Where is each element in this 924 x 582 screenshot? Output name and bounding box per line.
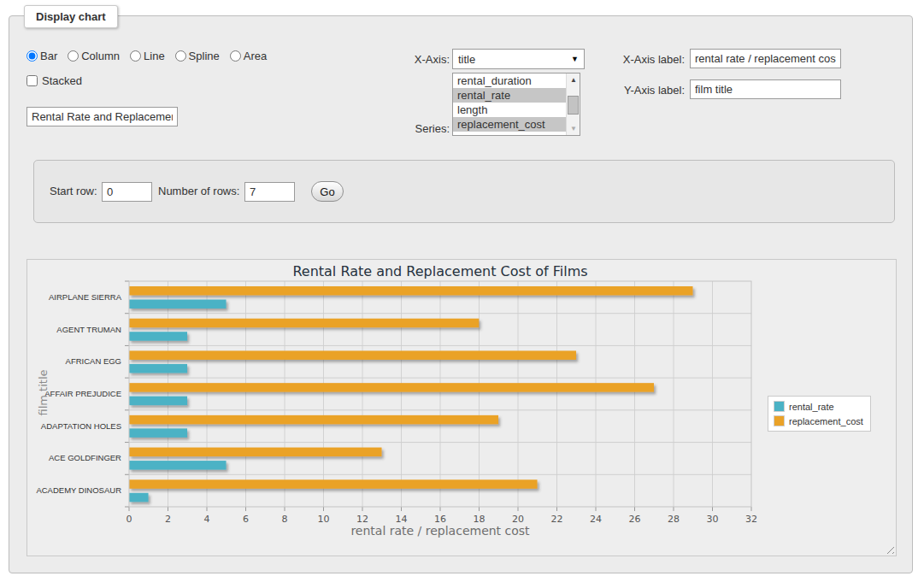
bar-rental_rate	[129, 397, 187, 406]
chart-legend: rental_ratereplacement_cost	[768, 396, 871, 432]
series-option-rental_duration[interactable]: rental_duration	[453, 73, 567, 88]
legend-item-rental_rate: rental_rate	[774, 401, 863, 412]
bar-replacement_cost	[129, 448, 382, 457]
chart-type-text: Bar	[40, 50, 57, 62]
stacked-row: Stacked	[26, 74, 82, 87]
dropdown-arrow-icon: ▼	[571, 55, 579, 63]
chart-type-option-column[interactable]: Column	[68, 50, 120, 62]
stacked-label: Stacked	[42, 74, 82, 87]
scroll-up-icon[interactable]: ▲	[567, 73, 580, 86]
svg-text:AGENT TRUMAN: AGENT TRUMAN	[56, 325, 121, 334]
bar-replacement_cost	[129, 350, 576, 360]
chart-type-text: Spline	[189, 50, 220, 62]
series-options: rental_durationrental_ratelengthreplacem…	[453, 73, 580, 132]
chart-type-radio-column[interactable]	[68, 50, 79, 62]
bar-chart-canvas: 02468101214161820222426283032AIRPLANE SI…	[27, 260, 896, 556]
svg-text:AFRICAN EGG: AFRICAN EGG	[66, 356, 121, 366]
chart-type-radio-bar[interactable]	[26, 50, 38, 62]
scrollbar-thumb[interactable]	[568, 96, 579, 115]
series-scrollbar[interactable]: ▲ ▼	[566, 73, 580, 135]
chart-type-option-area[interactable]: Area	[230, 50, 267, 62]
display-chart-panel: BarColumnLineSplineArea Stacked X-Axis: …	[9, 15, 913, 573]
legend-swatch-icon	[774, 401, 785, 412]
x-axis-label-input[interactable]	[690, 49, 841, 68]
go-button[interactable]: Go	[311, 181, 344, 202]
stacked-checkbox[interactable]	[26, 75, 38, 86]
chart-container: Rental Rate and Replacement Cost of Film…	[26, 259, 897, 556]
bar-rental_rate	[129, 364, 187, 373]
chart-type-radio-area[interactable]	[230, 50, 241, 62]
series-option-rental_rate[interactable]: rental_rate	[453, 88, 567, 103]
svg-text:AIRPLANE SIERRA: AIRPLANE SIERRA	[49, 292, 122, 302]
svg-text:ADAPTATION HOLES: ADAPTATION HOLES	[41, 421, 121, 431]
x-axis-selected-value: title	[458, 53, 475, 66]
bar-replacement_cost	[129, 415, 498, 425]
chart-type-radio-line[interactable]	[130, 50, 141, 62]
chart-type-radio-spline[interactable]	[175, 50, 186, 62]
x-axis-select[interactable]: title ▼	[452, 49, 585, 69]
panel-legend-title: Display chart	[24, 5, 118, 28]
chart-type-option-spline[interactable]: Spline	[175, 50, 220, 62]
y-axis-label-input[interactable]	[690, 79, 841, 99]
series-option-length[interactable]: length	[453, 103, 567, 117]
start-row-input[interactable]	[102, 182, 152, 202]
chart-type-option-bar[interactable]: Bar	[26, 50, 57, 62]
bar-replacement_cost	[129, 383, 654, 392]
svg-text:ACE GOLDFINGER: ACE GOLDFINGER	[49, 453, 121, 462]
x-axis-label-field-label: X-Axis label:	[599, 53, 685, 66]
legend-label: rental_rate	[789, 402, 834, 412]
series-select-label: Series:	[377, 122, 450, 135]
bar-replacement_cost	[129, 479, 538, 489]
chart-type-radio-group: BarColumnLineSplineArea	[26, 47, 274, 64]
series-multiselect[interactable]: rental_durationrental_ratelengthreplacem…	[452, 73, 580, 136]
bar-replacement_cost	[129, 319, 479, 328]
bar-rental_rate	[129, 332, 187, 341]
bar-rental_rate	[129, 428, 187, 438]
y-axis-label-field-label: Y-Axis label:	[599, 84, 685, 97]
chart-type-text: Column	[81, 50, 120, 62]
chart-type-text: Line	[144, 50, 165, 62]
number-of-rows-input[interactable]	[244, 182, 295, 202]
scroll-down-icon[interactable]: ▼	[567, 122, 580, 135]
legend-label: replacement_cost	[789, 416, 863, 426]
bar-rental_rate	[129, 300, 227, 309]
chart-type-text: Area	[244, 50, 267, 62]
legend-item-replacement_cost: replacement_cost	[774, 415, 863, 426]
chart-x-axis-label: rental rate / replacement cost	[129, 524, 751, 538]
bar-rental_rate	[129, 461, 227, 470]
chart-y-axis-label: film title	[37, 350, 50, 436]
number-of-rows-label: Number of rows:	[158, 185, 239, 197]
row-range-panel: Start row: Number of rows: Go	[33, 160, 895, 223]
chart-type-option-line[interactable]: Line	[130, 50, 165, 62]
svg-text:ACADEMY DINOSAUR: ACADEMY DINOSAUR	[36, 485, 121, 495]
start-row-label: Start row:	[50, 185, 97, 197]
svg-text:AFFAIR PREJUDICE: AFFAIR PREJUDICE	[44, 389, 121, 398]
x-axis-select-label: X-Axis:	[377, 53, 450, 66]
bar-rental_rate	[129, 493, 149, 503]
series-option-replacement_cost[interactable]: replacement_cost	[453, 117, 567, 132]
legend-swatch-icon	[774, 415, 785, 426]
chart-title-input[interactable]	[26, 107, 178, 126]
bar-replacement_cost	[129, 286, 693, 296]
